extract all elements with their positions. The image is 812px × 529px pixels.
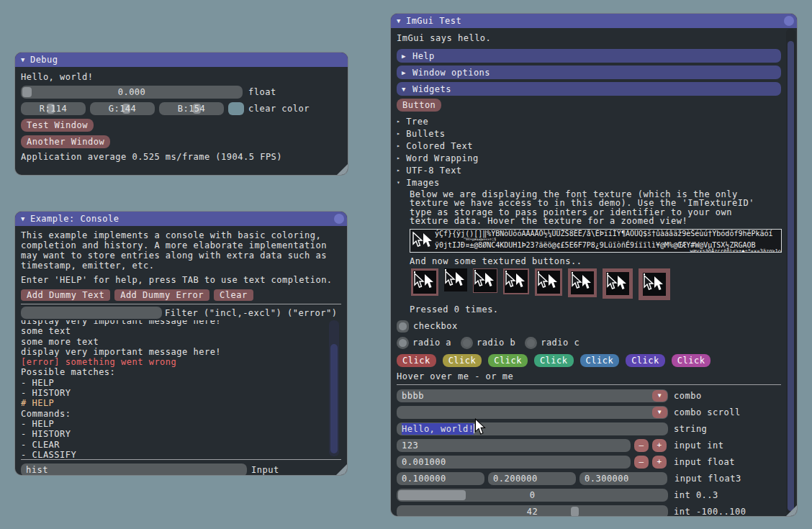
float-slider[interactable]: 0.000	[21, 86, 243, 99]
tree-node-colored-text[interactable]: ▸Colored Text	[397, 140, 781, 152]
tree-node-utf8[interactable]: ▸UTF-8 Text	[397, 164, 781, 176]
another-window-button[interactable]: Another Window	[21, 135, 110, 148]
log-line: Possible matches:	[21, 367, 322, 377]
window-scrollbar[interactable]	[786, 29, 795, 515]
slider-grab[interactable]	[571, 507, 579, 517]
image-button-3[interactable]	[473, 268, 497, 293]
log-scrollbar[interactable]	[329, 320, 339, 456]
tree-node-word-wrapping[interactable]: ▸Word Wrapping	[397, 152, 781, 164]
console-titlebar[interactable]: ▼ Example: Console	[15, 212, 347, 226]
click-button-1[interactable]: Click	[397, 354, 436, 367]
console-window: ▼ Example: Console This example implemen…	[14, 211, 348, 476]
console-log[interactable]: display very important message here! som…	[21, 320, 341, 458]
color-b-slider[interactable]: B:154	[159, 102, 224, 115]
tree-node-bullets[interactable]: ▸Bullets	[397, 127, 781, 140]
resize-grip[interactable]	[337, 164, 348, 175]
window-title: Example: Console	[30, 214, 119, 224]
add-dummy-text-button[interactable]: Add Dummy Text	[21, 289, 110, 301]
log-line: display very important message here!	[21, 320, 322, 326]
input-float3-z[interactable]: 0.300000	[579, 472, 667, 485]
log-scrollbar-thumb[interactable]	[330, 344, 338, 453]
resize-grip[interactable]	[786, 505, 797, 516]
close-button[interactable]	[784, 16, 794, 26]
header-window-options[interactable]: ▶ Window options	[397, 65, 781, 79]
close-button[interactable]	[334, 214, 344, 224]
debug-titlebar[interactable]: ▼ Debug	[15, 53, 348, 67]
image-button-5[interactable]	[535, 268, 562, 296]
color-r-slider[interactable]: R:114	[21, 102, 86, 115]
click-button-6[interactable]: Click	[626, 354, 665, 367]
log-line: - HISTORY	[21, 388, 322, 398]
click-button-5[interactable]: Click	[580, 354, 620, 367]
header-help[interactable]: ▶ Help	[397, 49, 781, 63]
string-label: string	[674, 424, 707, 434]
resize-grip[interactable]	[336, 464, 347, 475]
slider-grab[interactable]	[398, 490, 466, 500]
collapse-arrow-icon[interactable]: ▼	[21, 215, 25, 222]
decrement-button[interactable]: –	[634, 456, 649, 469]
input-float3-label: input float3	[675, 474, 741, 484]
collapsed-arrow-icon: ▶	[402, 53, 406, 60]
tree-node-images[interactable]: ▾Images	[397, 176, 781, 189]
imgui-test-titlebar[interactable]: ▼ ImGui Test	[391, 14, 797, 28]
images-description: Below we are displaying the font texture…	[410, 190, 781, 226]
log-line-error: [error] something went wrong	[21, 357, 322, 367]
radio-a[interactable]	[397, 337, 409, 349]
cursor-glyphs-icon	[410, 232, 435, 249]
clear-color-swatch[interactable]	[228, 102, 244, 115]
color-g-slider[interactable]: G:144	[90, 102, 155, 115]
combo[interactable]: bbbb ▼	[397, 389, 668, 402]
input-float-field[interactable]: 0.001000	[397, 456, 631, 469]
hello-world-text: Hello, world!	[21, 72, 342, 82]
font-texture-image[interactable]: ýÇf}{ÿj()[]‖%ÝBÑòÙôóÃÂÀÅÒ½¼ÙÛŽŠ8ÉÊ/å\ÈÞï…	[410, 229, 782, 253]
collapse-arrow-icon[interactable]: ▼	[21, 56, 25, 63]
image-button-4[interactable]	[503, 268, 529, 294]
image-button-8[interactable]	[639, 268, 670, 300]
click-button-7[interactable]: Click	[672, 354, 711, 367]
image-button-1[interactable]	[411, 268, 438, 296]
console-input[interactable]: hist	[21, 464, 247, 476]
help-hint-text: Enter 'HELP' for help, press TAB to use …	[21, 275, 341, 285]
radio-c[interactable]	[525, 337, 537, 349]
tree-node-tree[interactable]: ▸Tree	[397, 115, 781, 127]
string-input[interactable]: Hello, world!	[397, 422, 668, 435]
int-slider-neg100-100[interactable]: 42	[397, 505, 668, 517]
header-widgets[interactable]: ▼ Widgets	[397, 82, 781, 96]
selected-text: Hello, world!	[402, 423, 474, 435]
decrement-button[interactable]: –	[634, 439, 649, 452]
separator	[397, 384, 781, 385]
checkbox[interactable]	[397, 320, 409, 333]
click-button-3[interactable]: Click	[488, 354, 528, 367]
int-neg100-100-label: int -100..100	[674, 507, 746, 517]
combo-scroll[interactable]: ▼	[397, 406, 668, 419]
window-scrollbar-thumb[interactable]	[788, 41, 794, 511]
image-button-6[interactable]	[568, 268, 597, 297]
radio-b[interactable]	[461, 337, 473, 349]
input-float3-x[interactable]: 0.100000	[397, 472, 484, 485]
image-button-2[interactable]	[444, 268, 467, 291]
click-button-4[interactable]: Click	[534, 354, 574, 367]
input-float3-y[interactable]: 0.200000	[488, 472, 576, 485]
test-window-button[interactable]: Test Window	[21, 119, 94, 132]
button-widget[interactable]: Button	[397, 99, 441, 112]
increment-button[interactable]: +	[652, 456, 667, 469]
collapse-arrow-icon[interactable]: ▼	[397, 17, 401, 24]
combo-arrow-icon[interactable]: ▼	[652, 407, 667, 418]
expanded-arrow-icon: ▼	[402, 86, 406, 93]
intro-text: may want to store entries along with ext…	[21, 250, 341, 261]
increment-button[interactable]: +	[652, 439, 667, 452]
clear-button[interactable]: Clear	[214, 289, 253, 301]
click-button-2[interactable]: Click	[443, 354, 482, 367]
combo-arrow-icon[interactable]: ▼	[652, 390, 667, 402]
checkbox-label: checkbox	[413, 321, 458, 331]
image-button-7[interactable]	[603, 268, 633, 299]
slider-grab[interactable]	[22, 87, 32, 97]
int-0-3-label: int 0..3	[674, 490, 718, 500]
add-dummy-error-button[interactable]: Add Dummy Error	[114, 289, 209, 301]
input-int-field[interactable]: 123	[397, 439, 631, 452]
window-title: ImGui Test	[406, 16, 461, 26]
log-line: some more text	[21, 337, 322, 347]
int-slider-0-3[interactable]: 0	[397, 489, 668, 502]
filter-input[interactable]	[21, 307, 162, 319]
separator	[21, 304, 341, 304]
